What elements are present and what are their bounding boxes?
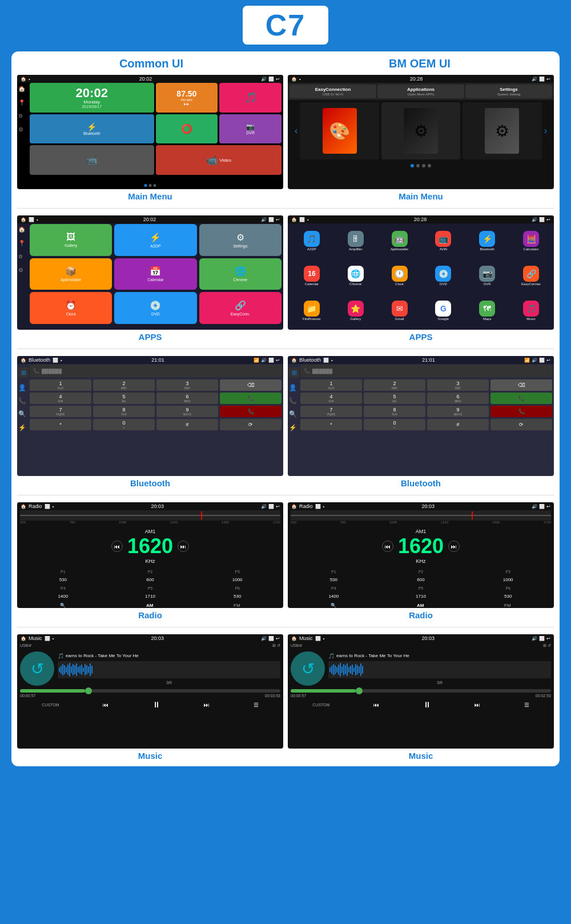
card-2[interactable]: ⚙	[381, 102, 460, 159]
prev-arrow[interactable]: ‹	[295, 126, 297, 136]
oem-dial-5[interactable]: 5JKL	[364, 393, 425, 404]
oem-app-amplifier[interactable]: 🎚Amplifier	[335, 224, 377, 257]
oem-preset-p2[interactable]: P2600	[378, 569, 464, 584]
preset-p4[interactable]: P41400	[20, 585, 106, 601]
app-chrome[interactable]: 🌐Chrome	[199, 258, 282, 290]
easy-connection-btn[interactable]: EasyConnection USB Or Wi-Fi	[289, 85, 376, 98]
oem-dial-hash[interactable]: #	[427, 419, 489, 430]
dial-8[interactable]: 8TUV	[93, 406, 155, 417]
oem-app-calendar[interactable]: 16Calendar	[291, 259, 333, 292]
dial-7[interactable]: 7PQRS	[30, 406, 91, 417]
oem-dial-7[interactable]: 7PQRS	[300, 406, 362, 417]
app-gallery[interactable]: 🖼Gallery	[30, 224, 112, 256]
card-3[interactable]: ⚙	[463, 102, 541, 159]
app-settings[interactable]: ⚙Settings	[199, 224, 282, 256]
camera-tile[interactable]: 📹	[30, 145, 154, 175]
prev-track-btn[interactable]: ⏮	[103, 702, 108, 708]
oem-playlist-btn[interactable]: ☰	[524, 702, 529, 708]
oem-app-bluetooth[interactable]: ⚡Bluetooth	[466, 224, 508, 257]
oem-fm-button[interactable]: FM	[504, 603, 511, 608]
radio-next-btn[interactable]: ⏭	[178, 541, 189, 552]
oem-am-button[interactable]: AM	[417, 603, 424, 608]
oem-app-filebrowser[interactable]: 📁FileBrowser	[291, 294, 333, 327]
preset-p5[interactable]: P51710	[107, 585, 194, 601]
oem-app-google[interactable]: GGoogle	[423, 294, 465, 327]
am-button[interactable]: AM	[146, 603, 153, 608]
radio-tile[interactable]: 87.50 FM MIX ▶▶	[156, 83, 218, 113]
oem-play-pause-btn[interactable]: ⏸	[423, 700, 431, 709]
oem-app-clock[interactable]: 🕐Clock	[379, 259, 421, 292]
dial-2[interactable]: 2ABC	[93, 379, 155, 391]
dial-5[interactable]: 5JKL	[93, 393, 155, 404]
oem-dial-4[interactable]: 4GHI	[300, 393, 362, 404]
dial-call[interactable]: 📞	[220, 393, 282, 404]
video-tile[interactable]: 📹 Video	[156, 145, 282, 175]
oem-dial-2[interactable]: 2ABC	[364, 379, 425, 391]
radio-prev-btn[interactable]: ⏮	[111, 541, 123, 552]
dial-1[interactable]: 1GLD	[30, 379, 91, 391]
music-tile[interactable]: 🎵	[219, 83, 282, 113]
oem-dial-end[interactable]: 📞	[490, 406, 552, 417]
oem-app-dvr[interactable]: 📷DVR	[466, 259, 508, 292]
music-progress[interactable]	[20, 689, 280, 693]
oem-dial-6[interactable]: 6MNO	[427, 393, 489, 404]
oem-music-progress[interactable]	[291, 689, 551, 693]
next-track-btn[interactable]: ⏭	[204, 702, 210, 708]
app-apkinstaller[interactable]: 📦ApkInstaller	[30, 258, 112, 290]
oem-dial-backspace[interactable]: ⌫	[490, 379, 552, 391]
oem-dial-star[interactable]: *	[300, 419, 362, 430]
dial-star[interactable]: *	[30, 419, 91, 430]
green-tile[interactable]: ⭕	[156, 114, 218, 144]
oem-dial-options[interactable]: ⟳	[490, 419, 552, 430]
applications-btn[interactable]: Applications Open More APPs	[377, 85, 464, 98]
app-clock[interactable]: ⏰Clock	[30, 292, 112, 324]
dial-4[interactable]: 4GHI	[30, 393, 91, 404]
oem-preset-p3[interactable]: P31000	[465, 569, 551, 584]
card-1[interactable]: 🎨	[300, 102, 379, 159]
dial-3[interactable]: 3DEF	[156, 379, 218, 391]
oem-radio-prev-btn[interactable]: ⏮	[382, 541, 393, 552]
oem-dial-8[interactable]: 8TUV	[364, 406, 425, 417]
playlist-btn[interactable]: ☰	[254, 702, 259, 708]
bluetooth-tile[interactable]: ⚡ Bluetooth	[30, 114, 154, 144]
app-calendar[interactable]: 📅Calendar	[114, 258, 196, 290]
custom-btn[interactable]: CUSTOM	[42, 703, 59, 707]
search-icon[interactable]: 🔍	[60, 603, 66, 608]
oem-app-easyconnec[interactable]: 🔗EasyConnec	[510, 259, 552, 292]
app-a2dp[interactable]: ⚡A2DP	[114, 224, 196, 256]
oem-app-music[interactable]: 🎵Music	[510, 294, 552, 327]
oem-preset-p6[interactable]: P6530	[465, 585, 551, 601]
oem-dial-3[interactable]: 3DEF	[427, 379, 489, 391]
oem-dial-call[interactable]: 📞	[490, 393, 552, 404]
oem-app-gmail[interactable]: ✉Gmail	[379, 294, 421, 327]
dial-0[interactable]: 0+	[93, 419, 155, 430]
dial-end[interactable]: 📞	[220, 406, 282, 417]
oem-app-gallery[interactable]: ⭐Gallery	[335, 294, 377, 327]
dial-hash[interactable]: #	[156, 419, 218, 430]
oem-prev-track-btn[interactable]: ⏮	[373, 702, 379, 708]
preset-p2[interactable]: P2600	[107, 569, 194, 584]
dial-9[interactable]: 9WXYZ	[156, 406, 218, 417]
fm-button[interactable]: FM	[234, 603, 240, 608]
oem-dial-1[interactable]: 1GLD	[300, 379, 362, 391]
oem-app-calculator[interactable]: 🧮Calculator	[510, 224, 552, 257]
oem-dial-9[interactable]: 9WXYZ	[427, 406, 489, 417]
dial-6[interactable]: 6MNO	[156, 393, 218, 404]
oem-app-chrome[interactable]: 🌐Chrome	[335, 259, 377, 292]
preset-p1[interactable]: P1530	[20, 569, 106, 584]
oem-app-apkinstaller[interactable]: 🤖ApkInstaller	[379, 224, 421, 257]
oem-app-maps[interactable]: 🗺Maps	[466, 294, 508, 327]
oem-app-avin[interactable]: 📺AVIN	[423, 224, 465, 257]
oem-preset-p4[interactable]: P41400	[291, 585, 377, 601]
oem-radio-next-btn[interactable]: ⏭	[448, 541, 460, 552]
oem-custom-btn[interactable]: CUSTOM	[312, 703, 329, 707]
oem-search-icon[interactable]: 🔍	[331, 603, 336, 608]
settings-btn[interactable]: Settings System Setting	[465, 85, 552, 98]
preset-p3[interactable]: P31000	[194, 569, 280, 584]
next-arrow[interactable]: ›	[544, 126, 547, 136]
preset-p6[interactable]: P6530	[194, 585, 280, 601]
oem-preset-p1[interactable]: P1530	[291, 569, 377, 584]
dial-backspace[interactable]: ⌫	[220, 379, 282, 391]
oem-next-track-btn[interactable]: ⏭	[475, 702, 480, 708]
oem-dial-0[interactable]: 0+	[364, 419, 425, 430]
